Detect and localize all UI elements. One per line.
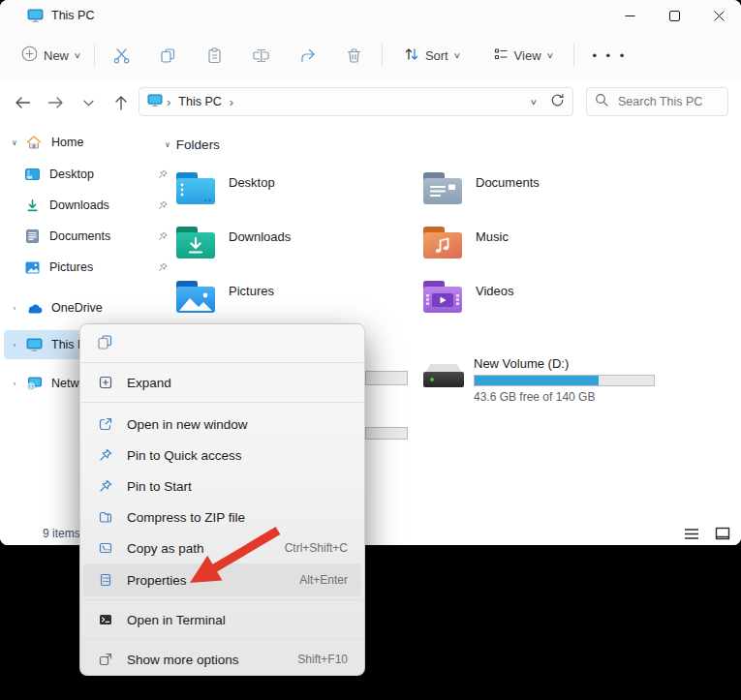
refresh-icon[interactable] — [550, 93, 565, 111]
chevron-right-icon[interactable]: › — [4, 380, 25, 388]
rename-button[interactable] — [238, 38, 285, 73]
breadcrumb-chevron[interactable]: › — [230, 95, 233, 109]
videos-folder-icon — [423, 281, 462, 313]
view-icon — [493, 46, 509, 65]
sort-icon — [404, 46, 419, 65]
documents-icon — [23, 229, 41, 243]
breadcrumb-this-pc[interactable]: This PC — [178, 95, 221, 108]
copy-icon[interactable] — [96, 333, 114, 355]
zip-folder-icon — [97, 509, 113, 525]
pin-icon — [97, 478, 113, 494]
menu-item-show-more-options[interactable]: Show more options Shift+F10 — [83, 641, 361, 678]
share-button[interactable] — [285, 38, 331, 73]
recent-locations-chevron[interactable] — [72, 87, 105, 118]
drive-capacity: 43.6 GB free of 140 GB — [474, 390, 658, 404]
menu-item-pin-to-start[interactable]: Pin to Start — [83, 471, 361, 502]
copy-button[interactable] — [145, 38, 192, 73]
close-button[interactable] — [696, 0, 741, 31]
folder-tile-documents[interactable]: Documents — [423, 172, 665, 204]
folder-tile-desktop[interactable]: Desktop — [176, 172, 418, 204]
cut-button[interactable] — [99, 38, 145, 73]
desktop-icon — [23, 168, 41, 181]
folder-tile-label: Music — [476, 229, 509, 259]
sidebar-item-home[interactable]: ∨ Home — [4, 128, 159, 157]
menu-item-pin-to-quick-access[interactable]: Pin to Quick access — [83, 440, 361, 471]
menu-item-label: Open in new window — [127, 417, 248, 432]
chevron-down-icon: ∨ — [545, 51, 553, 60]
address-bar[interactable]: › This PC › ∨ — [139, 87, 573, 116]
folders-group-label: Folders — [176, 137, 220, 152]
sort-button[interactable]: Sort ∨ — [394, 41, 470, 71]
folder-tile-music[interactable]: Music — [423, 227, 665, 259]
menu-item-label: Pin to Start — [127, 479, 192, 494]
home-icon — [25, 135, 43, 150]
sidebar-item-label: Home — [51, 136, 83, 149]
see-more-button[interactable]: • • • — [578, 48, 640, 63]
this-pc-icon — [27, 8, 44, 23]
search-icon — [595, 93, 608, 110]
music-folder-icon — [423, 227, 462, 259]
maximize-button[interactable] — [652, 0, 696, 31]
menu-item-label: Expand — [127, 376, 171, 390]
menu-item-label: Copy as path — [127, 541, 204, 556]
forward-button[interactable] — [39, 87, 72, 118]
chevron-down-icon[interactable]: ∨ — [4, 138, 25, 147]
drive-info: New Volume (D:) 43.6 GB free of 140 GB — [474, 356, 658, 404]
folders-group-header[interactable]: ∨ Folders — [165, 137, 220, 152]
item-count: 9 items — [43, 527, 80, 540]
drive-tile-new-volume-d[interactable]: New Volume (D:) 43.6 GB free of 140 GB — [423, 356, 658, 404]
menu-item-open-in-terminal[interactable]: Open in Terminal — [83, 601, 361, 638]
sidebar-item-label: Desktop — [49, 167, 94, 181]
sidebar-item-documents[interactable]: Documents — [4, 222, 178, 251]
toolbar-separator — [382, 44, 383, 67]
downloads-icon — [23, 198, 41, 213]
sidebar-item-pictures[interactable]: Pictures — [4, 253, 178, 282]
sidebar-item-desktop[interactable]: Desktop — [4, 160, 178, 189]
paste-button[interactable] — [192, 38, 238, 73]
folder-tile-label: Pictures — [229, 284, 274, 313]
folder-tile-videos[interactable]: Videos — [423, 281, 665, 313]
menu-item-properties[interactable]: Properties Alt+Enter — [83, 563, 361, 596]
view-button[interactable]: View ∨ — [483, 41, 563, 71]
folder-tile-label: Downloads — [229, 229, 291, 259]
address-row: › This PC › ∨ — [0, 79, 741, 126]
this-pc-icon — [25, 337, 43, 352]
menu-item-label: Pin to Quick access — [127, 448, 242, 463]
search-box[interactable] — [586, 87, 728, 116]
open-new-window-icon — [97, 416, 113, 432]
chevron-right-icon[interactable]: › — [4, 341, 25, 350]
window-controls — [607, 0, 741, 31]
delete-button[interactable] — [331, 38, 378, 73]
desktop-folder-icon — [176, 172, 215, 204]
minimize-button[interactable] — [607, 0, 652, 31]
drive-usage-bar — [474, 375, 655, 386]
context-menu: Expand Open in new window Pin to Quick a… — [79, 323, 365, 676]
onedrive-icon — [25, 303, 43, 314]
folder-tile-label: Videos — [476, 284, 514, 313]
menu-item-open-in-new-window[interactable]: Open in new window — [83, 409, 361, 440]
desktop-background: { "window": { "title": "This PC" }, "too… — [0, 0, 741, 700]
search-input[interactable] — [616, 94, 726, 109]
sidebar-item-onedrive[interactable]: › OneDrive — [4, 293, 159, 322]
up-button[interactable] — [105, 87, 138, 118]
new-button[interactable]: New ∨ — [12, 40, 90, 71]
context-menu-quick-actions — [80, 326, 364, 361]
menu-item-expand[interactable]: Expand — [83, 364, 361, 401]
sidebar-item-downloads[interactable]: Downloads — [4, 191, 178, 220]
large-icons-view-button[interactable] — [712, 525, 733, 542]
menu-item-shortcut: Ctrl+Shift+C — [285, 541, 348, 555]
address-dropdown-chevron[interactable]: ∨ — [530, 98, 538, 107]
folder-tile-pictures[interactable]: Pictures — [176, 281, 418, 313]
back-button[interactable] — [6, 87, 39, 118]
chevron-right-icon[interactable]: › — [4, 304, 25, 313]
menu-item-copy-as-path[interactable]: Copy as path Ctrl+Shift+C — [83, 533, 361, 563]
menu-item-compress-to-zip[interactable]: Compress to ZIP file — [83, 502, 361, 533]
details-view-button[interactable] — [681, 525, 702, 542]
this-pc-icon — [147, 93, 163, 111]
pictures-icon — [23, 261, 41, 274]
copy-as-path-icon — [97, 540, 113, 556]
breadcrumb-chevron: › — [167, 95, 170, 109]
sidebar-item-label: Downloads — [49, 198, 109, 212]
folder-tile-downloads[interactable]: Downloads — [176, 227, 418, 259]
documents-folder-icon — [423, 172, 462, 204]
